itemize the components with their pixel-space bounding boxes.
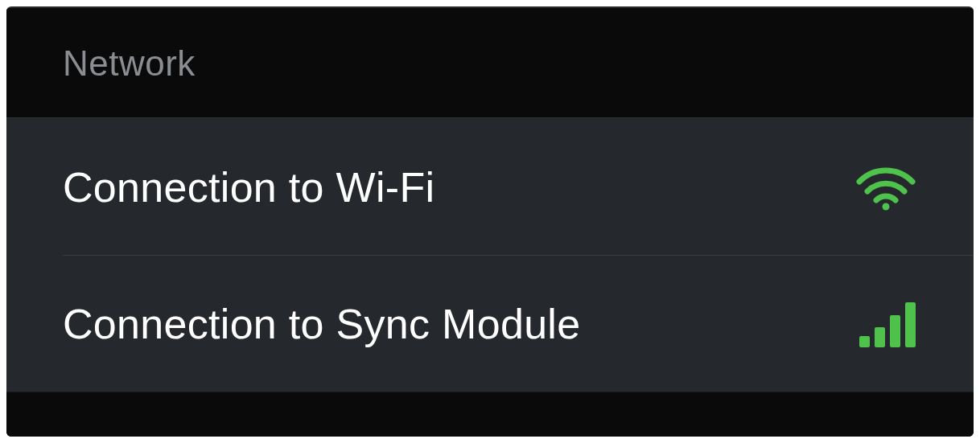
- section-header: Network: [6, 8, 974, 117]
- svg-rect-4: [905, 302, 916, 347]
- svg-rect-2: [875, 327, 885, 347]
- wifi-connection-row[interactable]: Connection to Wi-Fi: [6, 118, 974, 255]
- wifi-icon: [854, 164, 917, 211]
- panel-footer: [6, 392, 974, 437]
- sync-module-connection-row[interactable]: Connection to Sync Module: [6, 255, 974, 392]
- network-panel: Network Connection to Wi-Fi Connection t…: [6, 6, 974, 437]
- wifi-connection-label: Connection to Wi-Fi: [63, 163, 434, 211]
- svg-rect-3: [890, 315, 900, 347]
- svg-rect-1: [859, 336, 870, 347]
- section-title: Network: [63, 43, 917, 84]
- svg-point-0: [883, 203, 890, 211]
- network-list: Connection to Wi-Fi Connection to Sync M…: [6, 117, 974, 392]
- signal-bars-icon: [859, 301, 917, 347]
- sync-module-connection-label: Connection to Sync Module: [63, 300, 580, 348]
